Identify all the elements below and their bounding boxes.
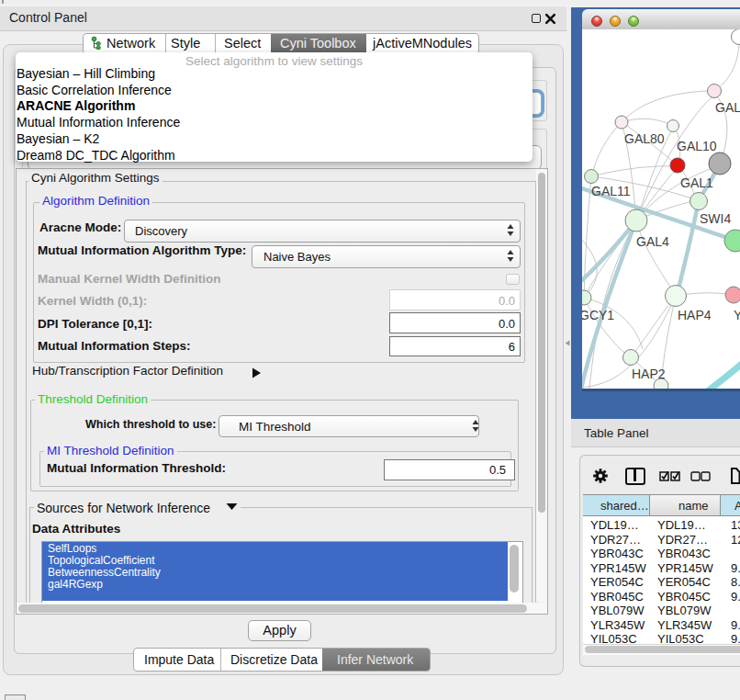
svg-text:GAL1: GAL1 [680,175,713,190]
svg-text:SWI4: SWI4 [700,211,731,226]
svg-text:HAP2: HAP2 [632,367,666,381]
svg-text:GAL80: GAL80 [624,131,665,146]
svg-text:GAL10: GAL10 [677,139,717,153]
svg-text:HAP4: HAP4 [678,308,712,322]
svg-text:GCY1: GCY1 [582,308,614,322]
svg-text:GAL4: GAL4 [636,234,669,249]
svg-text:Y: Y [734,308,740,322]
svg-text:GAL11: GAL11 [591,184,631,198]
svg-text:GAL7: GAL7 [715,100,740,115]
